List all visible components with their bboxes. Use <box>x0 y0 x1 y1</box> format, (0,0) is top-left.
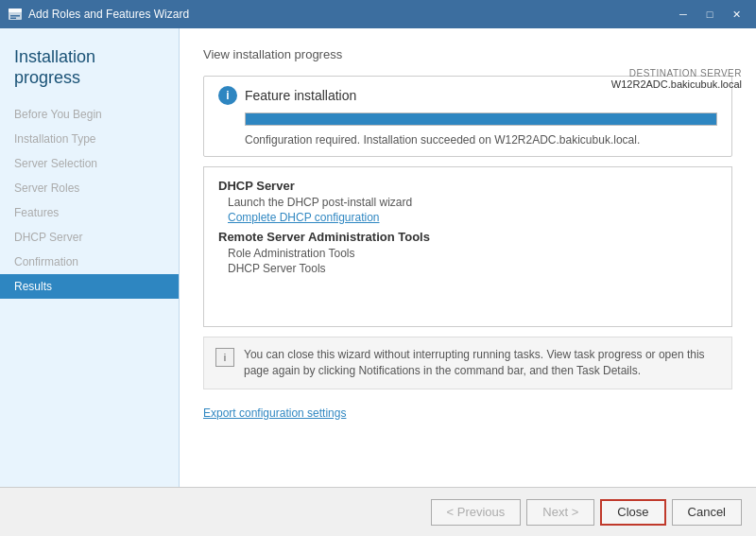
dhcp-server-tools-item: DHCP Server Tools <box>218 262 717 275</box>
sidebar-item-dhcp-server: DHCP Server <box>0 225 179 250</box>
dhcp-post-install-item: Launch the DHCP post-install wizard <box>218 196 717 209</box>
sidebar-item-before-you-begin: Before You Begin <box>0 102 179 127</box>
success-message: Configuration required. Installation suc… <box>245 133 717 147</box>
window-close-button[interactable]: ✕ <box>724 5 748 24</box>
content-header: View installation progress <box>203 47 732 61</box>
role-admin-tools-item: Role Administration Tools <box>218 247 717 260</box>
footer: < Previous Next > Close Cancel <box>0 487 756 536</box>
title-bar: Add Roles and Features Wizard ─ □ ✕ <box>0 0 756 28</box>
cancel-button[interactable]: Cancel <box>672 499 742 526</box>
feature-installation-label: Feature installation <box>245 88 356 103</box>
next-button[interactable]: Next > <box>526 499 594 526</box>
sidebar-item-server-selection: Server Selection <box>0 151 179 176</box>
export-link[interactable]: Export configuration settings <box>203 406 346 420</box>
info-icon: i <box>218 86 237 105</box>
wizard-body: Installation progress Before You Begin I… <box>0 28 756 487</box>
notice-text: You can close this wizard without interr… <box>244 347 720 379</box>
destination-server-info: DESTINATION SERVER W12R2ADC.bakicubuk.lo… <box>611 68 742 90</box>
sidebar-item-features: Features <box>0 200 179 225</box>
wizard-icon <box>8 7 23 22</box>
dest-server-label: DESTINATION SERVER <box>611 68 742 78</box>
previous-button[interactable]: < Previous <box>431 499 522 526</box>
complete-dhcp-link[interactable]: Complete DHCP configuration <box>218 211 717 224</box>
notice-icon: i <box>215 348 234 367</box>
progress-bar-container <box>245 112 717 126</box>
minimize-button[interactable]: ─ <box>671 5 696 24</box>
sidebar-item-server-roles: Server Roles <box>0 176 179 200</box>
content-area: View installation progress i Feature ins… <box>180 28 756 487</box>
results-box: DHCP Server Launch the DHCP post-install… <box>203 166 732 327</box>
maximize-button[interactable]: □ <box>697 5 722 24</box>
page-title: Installation progress <box>14 47 164 88</box>
svg-rect-1 <box>9 9 22 12</box>
sidebar-item-results[interactable]: Results <box>0 274 179 299</box>
notice-box: i You can close this wizard without inte… <box>203 337 732 389</box>
window-controls: ─ □ ✕ <box>671 5 748 24</box>
svg-rect-2 <box>10 15 20 17</box>
dhcp-server-section-title: DHCP Server <box>218 179 717 193</box>
remote-admin-tools-section-title: Remote Server Administration Tools <box>218 230 717 244</box>
window-title: Add Roles and Features Wizard <box>28 8 189 21</box>
progress-bar-fill <box>246 113 716 125</box>
sidebar-item-confirmation: Confirmation <box>0 250 179 274</box>
close-button[interactable]: Close <box>600 499 665 526</box>
sidebar-header: Installation progress <box>0 47 179 102</box>
sidebar: Installation progress Before You Begin I… <box>0 28 180 487</box>
title-bar-left: Add Roles and Features Wizard <box>8 7 189 22</box>
dest-server-name: W12R2ADC.bakicubuk.local <box>611 78 742 90</box>
sidebar-item-installation-type: Installation Type <box>0 127 179 151</box>
svg-rect-3 <box>10 18 16 20</box>
